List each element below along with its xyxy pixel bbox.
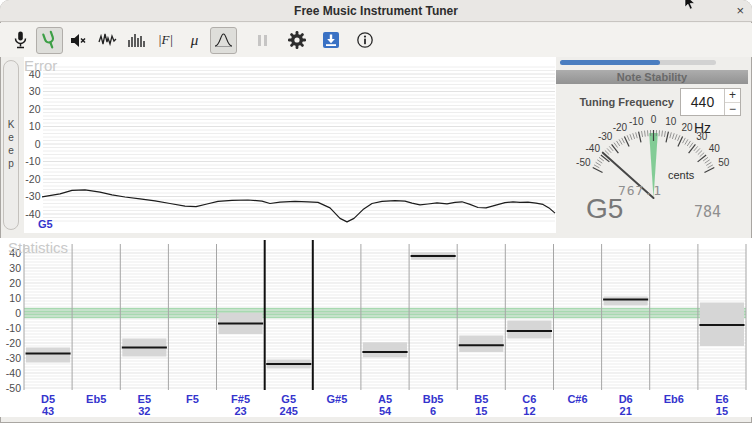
statistics-boxplot-chart: 403020100-10-20-30-40-50D543Eb5E532F5F#5… [0, 238, 752, 417]
svg-text:20: 20 [682, 122, 694, 133]
speaker-mute-icon [68, 30, 89, 51]
tuner-button[interactable] [36, 27, 63, 54]
gear-icon [286, 29, 308, 51]
svg-text:Eb6: Eb6 [664, 393, 684, 405]
svg-text:A5: A5 [378, 393, 392, 405]
window-title: Free Music Instrument Tuner [0, 0, 752, 22]
svg-text:245: 245 [280, 405, 298, 417]
spectrum-button[interactable] [123, 27, 150, 54]
microphone-button[interactable] [7, 27, 34, 54]
svg-text:-20: -20 [613, 122, 628, 133]
svg-text:-40: -40 [6, 367, 21, 379]
svg-text:F5: F5 [186, 393, 199, 405]
gaussian-curve-icon [213, 30, 234, 51]
svg-text:54: 54 [379, 405, 392, 417]
svg-text:32: 32 [138, 405, 150, 417]
svg-text:30: 30 [29, 85, 41, 97]
svg-text:-10: -10 [629, 116, 644, 127]
statistics-chart-title: Statistics [8, 239, 68, 256]
mu-icon: μ [191, 32, 199, 49]
statistics-mu-button[interactable]: μ [181, 27, 208, 54]
mouse-cursor [684, 0, 698, 11]
svg-text:C6: C6 [522, 393, 536, 405]
error-chart-panel: Error 403020100-10-20-30-40 G5 [24, 57, 556, 233]
svg-text:20: 20 [9, 277, 21, 289]
svg-text:-30: -30 [6, 352, 21, 364]
svg-text:-10: -10 [25, 155, 40, 167]
svg-text:-20: -20 [25, 173, 40, 185]
svg-text:B5: B5 [474, 393, 488, 405]
svg-text:G#5: G#5 [327, 393, 348, 405]
svg-text:-20: -20 [6, 337, 21, 349]
svg-text:15: 15 [716, 405, 728, 417]
spectrum-bars-icon [126, 30, 147, 51]
keep-button[interactable]: Keep [3, 60, 19, 230]
info-button[interactable] [351, 27, 378, 54]
current-note-label: G5 [38, 218, 53, 230]
svg-text:F#5: F#5 [231, 393, 250, 405]
svg-text:G5: G5 [281, 393, 296, 405]
tuning-fork-icon [39, 30, 60, 51]
svg-text:Eb5: Eb5 [86, 393, 106, 405]
gaussian-button[interactable] [210, 27, 237, 54]
save-download-icon [322, 31, 340, 49]
svg-text:Bb5: Bb5 [423, 393, 444, 405]
svg-text:C#6: C#6 [567, 393, 587, 405]
svg-text:30: 30 [696, 131, 708, 142]
settings-button[interactable] [283, 27, 310, 54]
error-chart-title: Error [24, 57, 57, 74]
waveform-button[interactable] [94, 27, 121, 54]
fourier-transform-icon: |F| [158, 32, 173, 48]
cents-unit-label: cents [668, 169, 694, 181]
close-icon[interactable]: × [736, 0, 744, 21]
title-bar: Free Music Instrument Tuner × [0, 0, 752, 22]
svg-text:E5: E5 [138, 393, 151, 405]
svg-text:0: 0 [651, 114, 657, 125]
svg-text:D6: D6 [619, 393, 633, 405]
svg-text:43: 43 [42, 405, 54, 417]
app-window: Free Music Instrument Tuner × [0, 0, 752, 423]
svg-text:0: 0 [35, 138, 41, 150]
svg-text:23: 23 [234, 405, 246, 417]
svg-text:20: 20 [29, 103, 41, 115]
detected-note-display: G5 [586, 193, 623, 225]
svg-text:12: 12 [523, 405, 535, 417]
svg-text:50: 50 [718, 157, 730, 168]
pause-icon [252, 30, 273, 51]
tuning-frequency-label: Tuning Frequency [556, 96, 674, 108]
statistics-chart-panel: Statistics 403020100-10-20-30-40-50D543E… [0, 238, 752, 417]
svg-text:40: 40 [709, 143, 721, 154]
waveform-icon [97, 30, 118, 51]
svg-text:10: 10 [665, 116, 677, 127]
info-icon [355, 30, 375, 50]
svg-text:30: 30 [9, 262, 21, 274]
svg-text:D5: D5 [41, 393, 55, 405]
svg-text:0: 0 [15, 307, 21, 319]
fourier-button[interactable]: |F| [152, 27, 179, 54]
tuner-side-panel: Note Stability Tuning Frequency 440 Hz +… [556, 55, 752, 235]
note-stability-progressbar [560, 60, 716, 65]
svg-text:21: 21 [620, 405, 632, 417]
microphone-icon [10, 30, 31, 51]
svg-text:-30: -30 [598, 131, 613, 142]
note-stability-progress-fill [560, 60, 660, 65]
toolbar: |F| μ [0, 23, 752, 57]
svg-text:15: 15 [475, 405, 487, 417]
svg-text:-50: -50 [576, 157, 591, 168]
target-frequency-display: 784 [694, 203, 746, 221]
svg-text:-50: -50 [6, 382, 21, 394]
increment-button[interactable]: + [725, 89, 740, 103]
mute-button[interactable] [65, 27, 92, 54]
svg-text:E6: E6 [715, 393, 728, 405]
note-stability-header: Note Stability [556, 70, 748, 84]
save-button[interactable] [317, 27, 344, 54]
svg-text:10: 10 [9, 292, 21, 304]
svg-text:-40: -40 [586, 143, 601, 154]
svg-text:10: 10 [29, 120, 41, 132]
svg-text:-30: -30 [25, 190, 40, 202]
pause-button [249, 27, 276, 54]
svg-text:6: 6 [430, 405, 436, 417]
svg-text:-10: -10 [6, 322, 21, 334]
error-line-chart: 403020100-10-20-30-40 [24, 57, 556, 233]
